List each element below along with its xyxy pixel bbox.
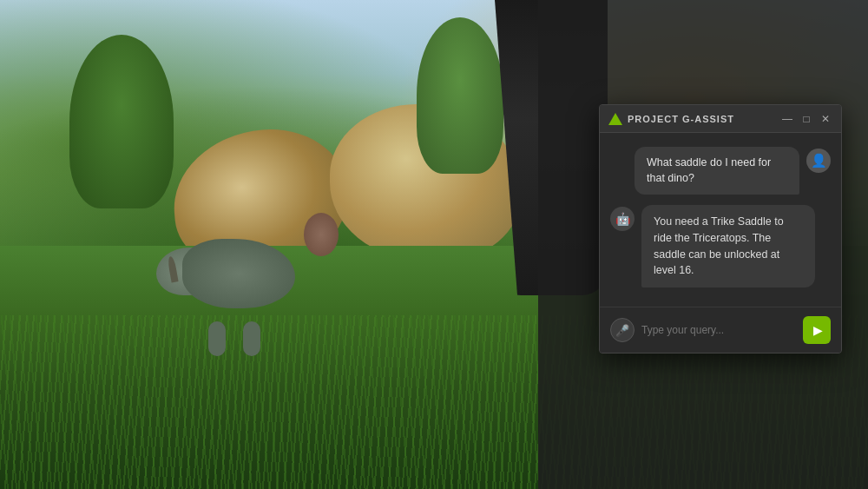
maximize-button[interactable]: □: [799, 112, 813, 126]
dino-leg-2: [243, 321, 260, 356]
dino-frill: [304, 213, 339, 256]
ai-avatar: 🤖: [610, 207, 635, 231]
triceratops-dinosaur: [156, 221, 330, 343]
input-area: 🎤 ▶: [600, 307, 841, 353]
g-assist-window: PROJECT G-ASSIST — □ ✕ What saddle do I …: [599, 104, 842, 354]
title-controls: — □ ✕: [780, 112, 832, 126]
tree-decoration-2: [417, 17, 503, 174]
user-icon: 👤: [811, 153, 827, 169]
mic-icon: 🎤: [615, 324, 629, 337]
nvidia-logo: [608, 112, 622, 126]
dino-body: [182, 239, 295, 308]
dino-horn: [167, 256, 178, 283]
chat-area: What saddle do I need for that dino? 👤 🤖…: [600, 133, 841, 307]
robot-icon: 🤖: [615, 212, 630, 226]
nvidia-triangle-icon: [608, 113, 622, 125]
query-input[interactable]: [641, 324, 796, 336]
mic-button[interactable]: 🎤: [610, 318, 635, 342]
title-bar: PROJECT G-ASSIST — □ ✕: [600, 105, 841, 133]
dino-leg-1: [208, 321, 226, 356]
tree-decoration-1: [69, 35, 174, 208]
title-left: PROJECT G-ASSIST: [608, 112, 734, 126]
minimize-button[interactable]: —: [780, 112, 794, 126]
user-avatar: 👤: [806, 149, 831, 173]
ai-message-row: 🤖 You need a Trike Saddle to ride the Tr…: [610, 205, 831, 287]
window-title: PROJECT G-ASSIST: [628, 114, 734, 124]
ai-message-bubble: You need a Trike Saddle to ride the Tric…: [641, 205, 815, 287]
user-message-row: What saddle do I need for that dino? 👤: [610, 147, 831, 195]
close-button[interactable]: ✕: [819, 112, 832, 126]
send-icon: ▶: [813, 323, 823, 337]
send-button[interactable]: ▶: [803, 316, 831, 344]
user-message-bubble: What saddle do I need for that dino?: [635, 147, 799, 195]
